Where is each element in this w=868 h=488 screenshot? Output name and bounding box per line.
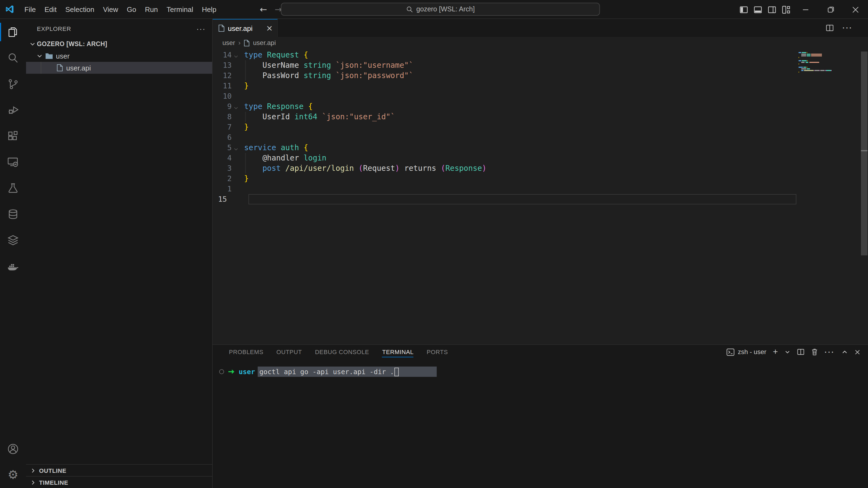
code-line[interactable]: 13 UserName string `json:"username"`: [213, 60, 796, 70]
code-line[interactable]: 3 post /api/user/login (Request) returns…: [213, 163, 796, 173]
code-text: post /api/user/login (Request) returns (…: [244, 163, 487, 173]
bottom-panel: PROBLEMSOUTPUTDEBUG CONSOLETERMINALPORTS…: [213, 344, 868, 488]
activity-bar: ⚙: [0, 19, 26, 488]
close-tab-icon[interactable]: ×: [266, 24, 273, 32]
code-line[interactable]: 4 @handler login: [213, 153, 796, 163]
code-line[interactable]: 8 UserId int64 `json:"user_id"`: [213, 112, 796, 122]
command-decoration-icon[interactable]: [219, 369, 224, 374]
customize-layout-icon[interactable]: [779, 0, 793, 19]
terminal-dropdown-icon[interactable]: [784, 349, 790, 355]
panel-tab-output[interactable]: OUTPUT: [276, 345, 302, 359]
tree-folder-user[interactable]: user: [26, 50, 212, 62]
editor-tab-bar: user.api × ···: [213, 19, 868, 37]
sidebar-item-search[interactable]: [0, 45, 26, 71]
account-button[interactable]: [0, 436, 26, 462]
menu-item-terminal[interactable]: Terminal: [162, 0, 197, 19]
code-text: UserName string `json:"username"`: [244, 60, 413, 70]
menu-item-view[interactable]: View: [99, 0, 123, 19]
menu-item-help[interactable]: Help: [197, 0, 221, 19]
code-line[interactable]: 1: [213, 184, 796, 194]
tab-user-api[interactable]: user.api ×: [213, 19, 278, 37]
terminal-cursor: [395, 367, 399, 376]
maximize-panel-icon[interactable]: [841, 349, 848, 355]
line-number: 14: [213, 50, 244, 60]
title-bar: FileEditSelectionViewGoRunTerminalHelp ←…: [0, 0, 868, 19]
command-center-search[interactable]: gozero [WSL: Arch]: [281, 3, 600, 16]
overview-ruler-cursor-mark: [861, 150, 867, 151]
line-number: 7: [213, 122, 244, 132]
files-icon: [6, 26, 20, 38]
tree-root-gozero[interactable]: GOZERO [WSL: ARCH]: [26, 38, 212, 50]
close-window-button[interactable]: [843, 0, 868, 19]
menu-item-edit[interactable]: Edit: [40, 0, 61, 19]
panel-more-actions-icon[interactable]: ···: [825, 348, 835, 356]
settings-button[interactable]: ⚙: [0, 462, 26, 488]
panel-tab-problems[interactable]: PROBLEMS: [229, 345, 264, 359]
sidebar-item-layers[interactable]: [0, 227, 26, 253]
editor-scrollbar[interactable]: [860, 49, 868, 344]
menu-item-file[interactable]: File: [20, 0, 40, 19]
close-panel-icon[interactable]: [855, 349, 860, 355]
sidebar-item-run-and-debug[interactable]: [0, 97, 26, 123]
toggle-secondary-sidebar-icon[interactable]: [765, 0, 779, 19]
code-line[interactable]: 5service auth {: [213, 142, 796, 153]
new-terminal-icon[interactable]: +: [773, 347, 778, 357]
code-text: }: [244, 173, 249, 184]
terminal-prompt-line[interactable]: user goctl api go -api user.api -dir .: [213, 366, 868, 377]
menu-item-go[interactable]: Go: [123, 0, 141, 19]
code-line[interactable]: 2}: [213, 173, 796, 184]
breadcrumb[interactable]: user › user.api: [213, 37, 868, 49]
breadcrumb-file[interactable]: user.api: [253, 39, 276, 46]
scrollbar-slider[interactable]: [861, 52, 867, 255]
kill-terminal-trash-icon[interactable]: [811, 348, 818, 356]
vscode-window: FileEditSelectionViewGoRunTerminalHelp ←…: [0, 0, 868, 488]
editor-region: user.api × ··· user › user.api 14type Re…: [213, 19, 868, 488]
search-icon: [406, 6, 413, 13]
timeline-section-header[interactable]: TIMELINE: [26, 476, 212, 488]
menu-item-selection[interactable]: Selection: [61, 0, 99, 19]
outline-label: OUTLINE: [39, 467, 66, 474]
code-text: UserId int64 `json:"user_id"`: [244, 112, 395, 122]
code-line[interactable]: 7}: [213, 122, 796, 132]
sidebar-item-source-control[interactable]: [0, 71, 26, 97]
split-editor-icon[interactable]: [826, 24, 834, 32]
sidebar-item-testing[interactable]: [0, 175, 26, 201]
code-editor[interactable]: 14type Request {13 UserName string `json…: [213, 49, 868, 344]
sidebar-item-explorer[interactable]: [0, 19, 26, 45]
sidebar-item-extensions[interactable]: [0, 123, 26, 149]
folder-open-icon: [45, 52, 53, 59]
toggle-panel-icon[interactable]: [751, 0, 765, 19]
minimap[interactable]: [796, 49, 852, 344]
editor-more-actions-icon[interactable]: ···: [842, 24, 853, 32]
restore-button[interactable]: [818, 0, 843, 19]
back-arrow-icon[interactable]: ←: [260, 4, 267, 14]
outline-section-header[interactable]: OUTLINE: [26, 464, 212, 476]
toggle-primary-sidebar-icon[interactable]: [737, 0, 751, 19]
breadcrumb-folder[interactable]: user: [222, 39, 235, 46]
minimap-line: [799, 54, 852, 55]
explorer-more-actions-icon[interactable]: ···: [196, 24, 206, 33]
split-terminal-icon[interactable]: [797, 348, 805, 356]
panel-tab-debug-console[interactable]: DEBUG CONSOLE: [315, 345, 369, 359]
code-line[interactable]: 11}: [213, 81, 796, 91]
minimap-line: [799, 67, 852, 68]
code-line[interactable]: 14type Request {: [213, 50, 796, 60]
line-number: 11: [213, 81, 244, 91]
minimize-button[interactable]: [793, 0, 818, 19]
sidebar-item-database[interactable]: [0, 201, 26, 227]
sidebar-item-remote-explorer[interactable]: [0, 149, 26, 175]
code-text: }: [244, 122, 249, 132]
menu-item-run[interactable]: Run: [141, 0, 162, 19]
code-line[interactable]: 6: [213, 132, 796, 142]
panel-tab-terminal[interactable]: TERMINAL: [382, 345, 414, 359]
tree-file-user-api[interactable]: user.api: [26, 62, 212, 74]
code-line[interactable]: 10: [213, 91, 796, 101]
prompt-user: user: [239, 368, 255, 376]
panel-tab-ports[interactable]: PORTS: [427, 345, 448, 359]
code-line[interactable]: 9type Response {: [213, 101, 796, 112]
code-line[interactable]: 15: [213, 194, 796, 204]
minimap-line: [799, 55, 852, 56]
code-line[interactable]: 12 PassWord string `json:"password"`: [213, 70, 796, 81]
sidebar-item-docker[interactable]: [0, 253, 26, 279]
terminal-session-label[interactable]: zsh - user: [726, 348, 766, 356]
